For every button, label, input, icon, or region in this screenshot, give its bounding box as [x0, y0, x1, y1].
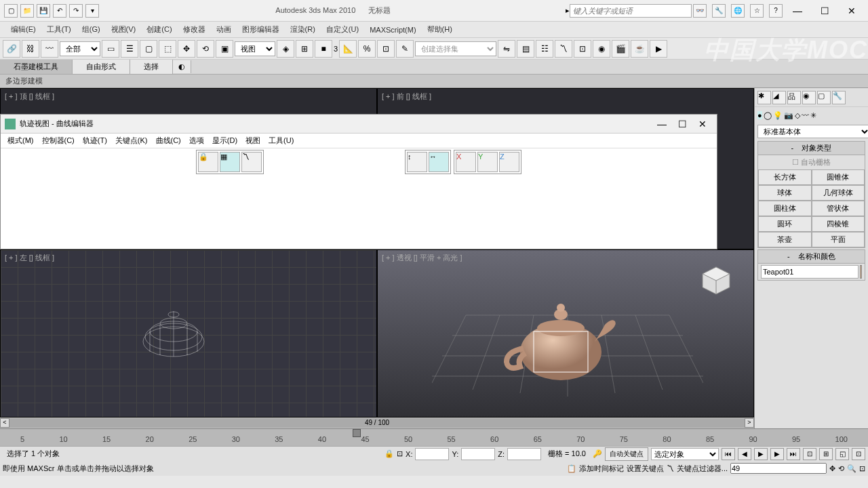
category-combo[interactable]: 标准基本体: [757, 125, 868, 138]
x-input[interactable]: [415, 448, 449, 460]
scroll-right-icon[interactable]: >: [745, 418, 754, 428]
ce-curve-icon[interactable]: 〽: [241, 152, 262, 172]
create-panel-icon[interactable]: ✱: [757, 91, 771, 104]
hierarchy-panel-icon[interactable]: 品: [787, 91, 801, 104]
nav-4-icon[interactable]: ⊡: [852, 448, 865, 460]
nav-6-icon[interactable]: ⟲: [838, 464, 844, 473]
ce-z-icon[interactable]: Z: [499, 152, 519, 172]
tab-freeform[interactable]: 自由形式: [73, 60, 130, 74]
torus-button[interactable]: 圆环: [758, 216, 812, 232]
close-button[interactable]: ✕: [838, 3, 865, 19]
setkey-button[interactable]: 设置关键点: [627, 464, 664, 474]
menu-create[interactable]: 创建(C): [141, 24, 177, 35]
box-button[interactable]: 长方体: [758, 169, 812, 185]
move-icon[interactable]: ✥: [178, 40, 195, 58]
prev-frame-icon[interactable]: ◀: [738, 448, 751, 460]
ce-filter-icon[interactable]: ▦: [220, 152, 240, 172]
key-icon[interactable]: 🔑: [593, 449, 602, 458]
menu-graph[interactable]: 图形编辑器: [237, 24, 285, 35]
spacewarps-icon[interactable]: 〰: [802, 111, 809, 119]
geosphere-button[interactable]: 几何球体: [812, 185, 865, 201]
rotate-icon[interactable]: ⟲: [197, 40, 214, 58]
dropdown-icon[interactable]: ▾: [85, 4, 99, 18]
window-select-icon[interactable]: ⬚: [159, 40, 176, 58]
viewcube-icon[interactable]: [699, 264, 733, 298]
geometry-icon[interactable]: ●: [757, 111, 762, 119]
sphere-button[interactable]: 球体: [758, 185, 812, 201]
shapes-icon[interactable]: ◯: [764, 111, 772, 120]
menu-edit[interactable]: 编辑(E): [5, 24, 41, 35]
key-mode-combo[interactable]: 选定对象: [651, 448, 719, 460]
goto-start-icon[interactable]: ⏮: [722, 448, 735, 460]
curve-editor-icon[interactable]: 〽: [555, 40, 572, 58]
ce-menu-curves[interactable]: 曲线(C): [152, 136, 185, 146]
utilities-panel-icon[interactable]: 🔧: [832, 91, 846, 104]
ce-menu-view[interactable]: 视图: [241, 136, 264, 146]
nav-5-icon[interactable]: ✥: [829, 464, 835, 473]
pyramid-button[interactable]: 四棱锥: [812, 216, 865, 232]
percent-snap-icon[interactable]: %: [358, 40, 376, 58]
menu-maxscript[interactable]: MAXScript(M): [364, 26, 421, 34]
maximize-button[interactable]: ☐: [811, 3, 838, 19]
nav-1-icon[interactable]: ⊡: [803, 448, 816, 460]
scale-icon[interactable]: ▣: [216, 40, 233, 58]
ce-menu-keys[interactable]: 关键点(K): [111, 136, 152, 146]
name-color-header[interactable]: - 名称和颜色: [758, 250, 865, 264]
minimize-button[interactable]: —: [784, 3, 811, 19]
play-icon[interactable]: ▶: [754, 448, 768, 460]
ce-maximize-button[interactable]: ☐: [672, 119, 692, 129]
tab-select[interactable]: 选择: [130, 60, 173, 74]
open-icon[interactable]: 📁: [20, 4, 34, 18]
selection-set-combo[interactable]: 创建选择集: [415, 41, 496, 56]
unlink-icon[interactable]: ⛓: [22, 40, 39, 58]
spinner-snap-icon[interactable]: ⊡: [377, 40, 395, 58]
keyfilter-button[interactable]: 关键点过滤器...: [677, 464, 728, 474]
nav-8-icon[interactable]: ⊡: [859, 464, 865, 473]
ce-movekey-icon[interactable]: ↔: [429, 152, 449, 172]
ce-menu-display[interactable]: 显示(D): [208, 136, 241, 146]
schematic-icon[interactable]: ⊡: [574, 40, 591, 58]
color-swatch[interactable]: [860, 265, 862, 279]
snap-icon[interactable]: ⊞: [296, 40, 313, 58]
manipulate-icon[interactable]: ◈: [277, 40, 294, 58]
redo-icon[interactable]: ↷: [69, 4, 83, 18]
help-icon[interactable]: ?: [769, 4, 783, 18]
lock-icon[interactable]: 🔒: [384, 449, 394, 458]
menu-custom[interactable]: 自定义(U): [321, 24, 364, 35]
transform-type-icon[interactable]: ⊡: [397, 449, 403, 458]
y-input[interactable]: [461, 448, 495, 460]
link-icon[interactable]: 🔗: [3, 40, 20, 58]
nav-7-icon[interactable]: 🔍: [847, 464, 856, 473]
systems-icon[interactable]: ✳: [810, 111, 816, 120]
keyfilter-icon[interactable]: 〽: [667, 464, 674, 472]
object-type-header[interactable]: - 对象类型: [758, 142, 865, 155]
angle-snap-icon[interactable]: 📐: [339, 40, 357, 58]
modify-panel-icon[interactable]: ◢: [772, 91, 786, 104]
ce-y-icon[interactable]: Y: [477, 152, 498, 172]
time-scrollbar[interactable]: < 49 / 100 >: [0, 418, 754, 428]
menu-anim[interactable]: 动画: [211, 24, 237, 35]
ce-menu-controller[interactable]: 控制器(C): [38, 136, 79, 146]
teapot-button[interactable]: 茶壶: [758, 232, 812, 247]
mirror-icon[interactable]: ⇋: [498, 40, 515, 58]
binoculars-icon[interactable]: 👓: [693, 4, 707, 18]
bind-icon[interactable]: 〰: [41, 40, 58, 58]
menu-render[interactable]: 渲染(R): [285, 24, 321, 35]
layers-icon[interactable]: ☷: [536, 40, 553, 58]
save-icon[interactable]: 💾: [37, 4, 50, 18]
edit-named-icon[interactable]: ✎: [396, 40, 414, 58]
align-icon[interactable]: ▤: [517, 40, 534, 58]
z-input[interactable]: [507, 448, 541, 460]
material-icon[interactable]: ◉: [593, 40, 610, 58]
add-time-tag[interactable]: 添加时间标记: [579, 464, 624, 474]
tab-graphite[interactable]: 石墨建模工具: [0, 60, 73, 74]
ce-move-icon[interactable]: ↕: [407, 152, 427, 172]
viewport-perspective[interactable]: [ + ] 透视 [] 平滑 + 高光 ]: [377, 249, 754, 418]
render-icon[interactable]: ▶: [650, 40, 667, 58]
snap-toggle-icon[interactable]: ■: [315, 40, 332, 58]
autogrid-check[interactable]: ☐ 自动栅格: [758, 155, 865, 169]
autokey-button[interactable]: 自动关键点: [605, 447, 648, 461]
tab-expand[interactable]: ◐: [173, 60, 191, 73]
ce-minimize-button[interactable]: —: [652, 119, 672, 129]
nav-2-icon[interactable]: ⊞: [819, 448, 833, 460]
